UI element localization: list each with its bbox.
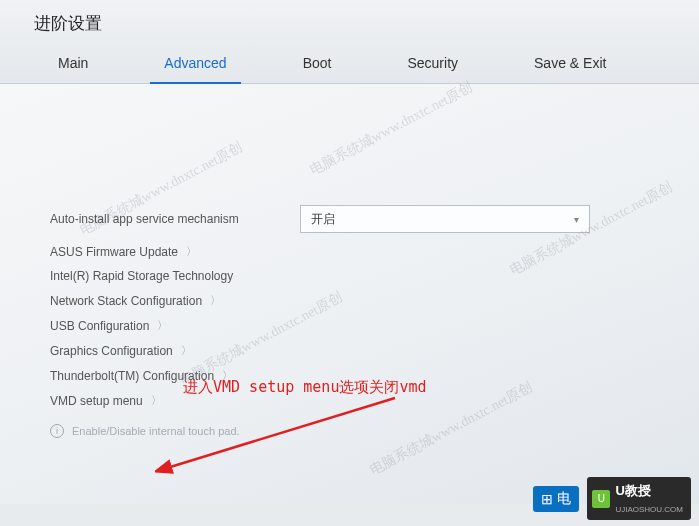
- hint-text: Enable/Disable internal touch pad.: [72, 425, 240, 437]
- tab-advanced[interactable]: Advanced: [126, 45, 264, 83]
- item-label: USB Configuration: [50, 319, 149, 333]
- item-graphics-configuration[interactable]: Graphics Configuration 〉: [50, 343, 649, 358]
- page-title: 进阶设置: [0, 8, 699, 45]
- item-label: Network Stack Configuration: [50, 294, 202, 308]
- logo-area: ⊞电 U U教授 UJIAOSHOU.COM: [533, 477, 691, 520]
- item-asus-firmware-update[interactable]: ASUS Firmware Update 〉: [50, 244, 649, 259]
- item-label: Graphics Configuration: [50, 344, 173, 358]
- item-vmd-setup-menu[interactable]: VMD setup menu 〉: [50, 393, 649, 408]
- chevron-right-icon: 〉: [186, 244, 197, 259]
- chevron-right-icon: 〉: [181, 343, 192, 358]
- item-label: Thunderbolt(TM) Configuration: [50, 369, 214, 383]
- logo-u-jiaoshou: U U教授 UJIAOSHOU.COM: [587, 477, 691, 520]
- chevron-right-icon: 〉: [222, 368, 233, 383]
- tab-security[interactable]: Security: [369, 45, 496, 83]
- item-label: VMD setup menu: [50, 394, 143, 408]
- info-icon: i: [50, 424, 64, 438]
- content-area: Auto-install app service mechanism 开启 ▾ …: [0, 84, 699, 504]
- chevron-right-icon: 〉: [151, 393, 162, 408]
- item-label: ASUS Firmware Update: [50, 245, 178, 259]
- item-intel-rst[interactable]: Intel(R) Rapid Storage Technology: [50, 269, 649, 283]
- select-autoinstall[interactable]: 开启 ▾: [300, 205, 590, 233]
- tab-main[interactable]: Main: [20, 45, 126, 83]
- item-network-stack[interactable]: Network Stack Configuration 〉: [50, 293, 649, 308]
- item-usb-configuration[interactable]: USB Configuration 〉: [50, 318, 649, 333]
- chevron-right-icon: 〉: [210, 293, 221, 308]
- item-thunderbolt-configuration[interactable]: Thunderbolt(TM) Configuration 〉: [50, 368, 649, 383]
- chevron-down-icon: ▾: [574, 214, 579, 225]
- select-value: 开启: [311, 211, 335, 228]
- tab-save-exit[interactable]: Save & Exit: [496, 45, 644, 83]
- tab-boot[interactable]: Boot: [265, 45, 370, 83]
- logo-dian: ⊞电: [533, 486, 579, 512]
- setting-label-autoinstall: Auto-install app service mechanism: [50, 212, 300, 226]
- tab-bar: Main Advanced Boot Security Save & Exit: [0, 45, 699, 84]
- chevron-right-icon: 〉: [157, 318, 168, 333]
